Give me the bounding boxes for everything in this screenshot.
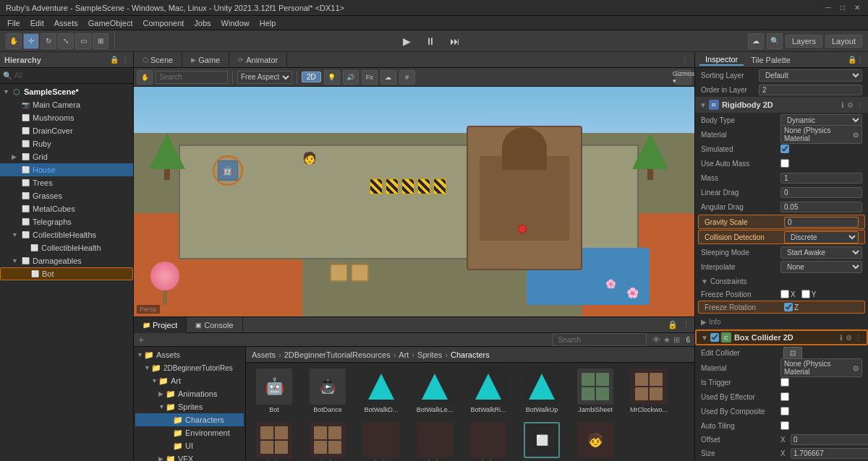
sleeping-mode-dropdown[interactable]: Start Awake	[780, 246, 862, 259]
gravity-scale-input[interactable]	[784, 217, 859, 228]
hierarchy-item-grasses[interactable]: ⬜ Grasses	[0, 189, 133, 202]
hierarchy-item-telegraphs[interactable]: ⬜ Telegraphs	[0, 215, 133, 228]
boxcollider-info-icon[interactable]: ℹ	[840, 334, 843, 342]
rect-tool[interactable]: ▭	[75, 33, 91, 49]
rigidbody-more-icon[interactable]: ⋮	[856, 101, 864, 109]
scale-tool[interactable]: ⤡	[58, 33, 74, 49]
boxcollider-enabled-checkbox[interactable]	[710, 333, 719, 342]
menu-gameobject[interactable]: GameObject	[84, 18, 137, 28]
project-search-input[interactable]	[553, 333, 647, 346]
transform-tool[interactable]: ⊞	[93, 33, 109, 49]
freeze-pos-x-checkbox[interactable]	[780, 290, 789, 298]
is-trigger-checkbox[interactable]	[780, 378, 789, 387]
asset-botwalkle[interactable]: BotWalkLe...	[409, 366, 460, 416]
window-controls[interactable]: ─ □ ✕	[823, 3, 862, 13]
tab-game[interactable]: ▶ Game	[182, 52, 229, 68]
minimize-button[interactable]: ─	[823, 3, 833, 13]
asset-row3-1[interactable]: ⬜	[516, 419, 567, 461]
mass-input[interactable]	[780, 173, 862, 184]
ptree-ui[interactable]: 📁 UI	[135, 439, 244, 452]
asset-ruby-char[interactable]: 🧒	[570, 419, 621, 461]
rigidbody-settings-icon[interactable]: ⚙	[847, 101, 854, 109]
scene-fx-tool[interactable]: Fx	[362, 70, 378, 85]
close-button[interactable]: ✕	[852, 3, 862, 13]
rotate-tool[interactable]: ↻	[41, 33, 56, 49]
ptree-characters[interactable]: 📁 Characters	[135, 413, 244, 426]
scene-hand-tool[interactable]: ✋	[137, 70, 153, 85]
freeze-rot-z-checkbox[interactable]	[784, 303, 793, 311]
body-type-dropdown[interactable]: Dynamic	[780, 114, 862, 126]
menu-file[interactable]: File	[3, 18, 25, 28]
hierarchy-item-mushrooms[interactable]: ⬜ Mushrooms	[0, 111, 133, 124]
ptree-assets[interactable]: ▼ 📁 Assets	[135, 348, 244, 361]
interpolate-dropdown[interactable]: None	[780, 261, 862, 273]
asset-jambisheet[interactable]: JambiSheet	[570, 366, 621, 416]
sorting-layer-dropdown[interactable]: Default	[759, 69, 862, 82]
boxcollider-more-icon[interactable]: ⋮	[855, 334, 862, 342]
edit-collider-button[interactable]: ⊡	[783, 347, 802, 359]
scene-menu-icon[interactable]: ⋮	[676, 56, 694, 64]
tab-project[interactable]: 📁 Project	[134, 317, 187, 333]
menu-window[interactable]: Window	[217, 18, 254, 28]
scene-aspect-dropdown[interactable]: Free Aspect	[237, 71, 292, 84]
collision-detection-dropdown[interactable]: Discrete	[784, 231, 859, 244]
asset-botwalkup[interactable]: BotWalkUp	[516, 366, 567, 416]
scene-grid-tool[interactable]: #	[399, 70, 415, 85]
asset-mrclockwo-4[interactable]: MrClockwo...	[356, 419, 407, 461]
size-x-input[interactable]	[791, 448, 868, 459]
bottom-lock-icon[interactable]: 🔒	[668, 320, 678, 329]
maximize-button[interactable]: □	[838, 3, 848, 13]
hierarchy-item-bot[interactable]: ⬜ Bot	[0, 267, 133, 280]
grid-icon[interactable]: ⊞	[673, 335, 680, 345]
boxcollider-section-header[interactable]: ▼ C Box Collider 2D ℹ ⚙ ⋮	[695, 329, 868, 345]
menu-help[interactable]: Help	[255, 18, 281, 28]
hierarchy-item-ruby[interactable]: ⬜ Ruby	[0, 137, 133, 150]
scene-gizmos-tool[interactable]: Gizmos ▾	[676, 70, 692, 85]
asset-botwalkri[interactable]: BotWalkRi...	[463, 366, 514, 416]
play-button[interactable]: ▶	[399, 34, 415, 48]
asset-mrclockwo-6[interactable]: MrClockwo...	[463, 419, 514, 461]
hierarchy-item-collectiblehealths[interactable]: ▼ ⬜ CollectibleHealths	[0, 228, 133, 241]
rb-material-value[interactable]: None (Physics Material ⊙	[780, 125, 862, 144]
hand-tool[interactable]: ✋	[6, 33, 22, 49]
order-in-layer-input[interactable]	[759, 85, 862, 95]
asset-botwalkd[interactable]: BotWalkD...	[356, 366, 407, 416]
inspector-menu-icon[interactable]: ⋮	[856, 56, 864, 64]
hierarchy-item-maincamera[interactable]: 📷 Main Camera	[0, 98, 133, 111]
hierarchy-menu-icon[interactable]: ⋮	[122, 56, 129, 64]
hierarchy-lock-icon[interactable]: 🔒	[110, 56, 119, 64]
scene-2d-button[interactable]: 2D	[302, 72, 321, 82]
add-asset-button[interactable]: +	[138, 334, 144, 345]
use-auto-mass-checkbox[interactable]	[780, 159, 789, 168]
offset-x-input[interactable]	[791, 434, 868, 445]
layout-dropdown[interactable]: Layout	[825, 35, 862, 48]
ptree-2d-resources[interactable]: ▼ 📁 2DBeginnerTutoriRes	[135, 361, 244, 374]
hierarchy-item-grid[interactable]: ▶ ⬜ Grid	[0, 150, 133, 163]
tab-animator[interactable]: ⟳ Animator	[229, 52, 287, 68]
hierarchy-item-metalcubes[interactable]: ⬜ MetalCubes	[0, 202, 133, 215]
project-file-tree[interactable]: ▼ 📁 Assets ▼ 📁 2DBeginnerTutoriRes	[134, 347, 246, 461]
hierarchy-item-draincover[interactable]: ⬜ DrainCover	[0, 124, 133, 137]
eye-icon[interactable]: 👁	[652, 335, 660, 345]
cloud-button[interactable]: ☁	[748, 33, 764, 49]
used-by-effector-checkbox[interactable]	[780, 392, 789, 401]
scene-sky-tool[interactable]: ☁	[380, 70, 396, 85]
hierarchy-content[interactable]: ▼ ⬡ SampleScene* 📷 Main Camera ⬜ Mushroo…	[0, 84, 133, 461]
search-button[interactable]: 🔍	[767, 33, 783, 49]
scene-light-tool[interactable]: 💡	[324, 70, 340, 85]
move-tool[interactable]: ✛	[23, 33, 39, 49]
bottom-menu-icon[interactable]: ⋮	[682, 320, 690, 329]
asset-mrclockwo-2[interactable]: MrClockwo...	[249, 419, 299, 461]
freeze-pos-y-checkbox[interactable]	[801, 290, 810, 298]
layers-dropdown[interactable]: Layers	[786, 35, 822, 48]
menu-edit[interactable]: Edit	[26, 18, 48, 28]
boxcollider-settings-icon[interactable]: ⚙	[846, 334, 852, 342]
linear-drag-input[interactable]	[780, 187, 862, 198]
asset-bot[interactable]: 🤖 Bot	[249, 366, 299, 416]
hierarchy-scene-root[interactable]: ▼ ⬡ SampleScene*	[0, 85, 133, 98]
inspector-lock-icon[interactable]: 🔒	[848, 56, 856, 64]
inspector-body[interactable]: Sorting Layer Default Order in Layer ▼ R…	[695, 68, 868, 461]
ptree-sprites[interactable]: ▼ 📁 Sprites	[135, 400, 244, 413]
menu-component[interactable]: Component	[138, 18, 188, 28]
hierarchy-item-collectiblehealth[interactable]: ⬜ CollectibleHealth	[0, 241, 133, 254]
